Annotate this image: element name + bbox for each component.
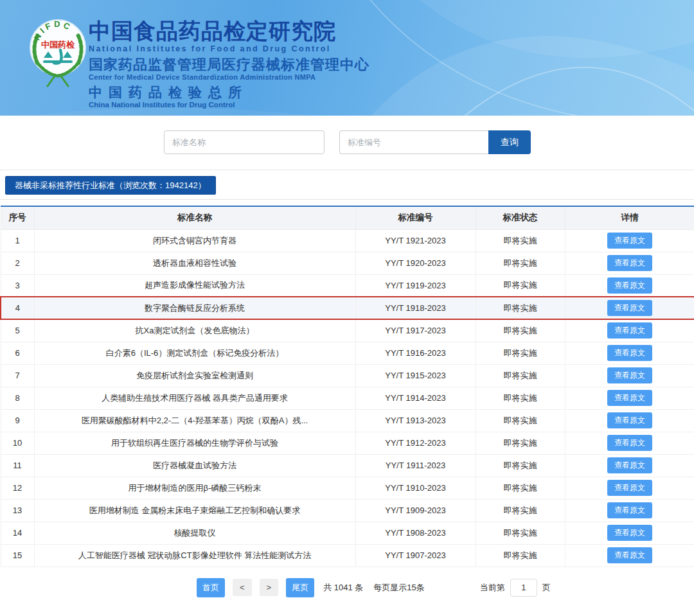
row-number: 2 — [1, 252, 34, 274]
standard-status: 即将实施 — [476, 544, 565, 567]
last-page-button[interactable]: 尾页 — [286, 578, 314, 597]
standard-name-input[interactable] — [164, 130, 325, 154]
view-original-button[interactable]: 查看原文 — [607, 502, 652, 518]
table-row: 15 人工智能医疗器械 冠状动脉CT影像处理软件 算法性能测试方法 YY/T 1… — [1, 544, 694, 567]
category-tab[interactable]: 器械非采标推荐性行业标准（浏览次数：1942142） — [5, 176, 216, 195]
column-header-detail: 详情 — [565, 206, 694, 229]
view-original-button[interactable]: 查看原文 — [607, 525, 652, 541]
standard-code: YY/T 1910-2023 — [355, 477, 476, 499]
view-original-button[interactable]: 查看原文 — [607, 412, 652, 428]
standard-status: 即将实施 — [476, 297, 565, 319]
row-number: 4 — [1, 297, 34, 319]
standard-status: 即将实施 — [476, 319, 565, 342]
nifdc-logo[interactable]: NIFDC 中国药检 — [28, 18, 87, 87]
detail-cell: 查看原文 — [565, 364, 694, 387]
pagination: 首页 < > 尾页 共 1041 条 每页显示15条 当前第 页 — [0, 578, 694, 597]
row-number: 8 — [1, 387, 34, 409]
row-number: 12 — [1, 477, 34, 499]
row-number: 11 — [1, 454, 34, 477]
view-original-button[interactable]: 查看原文 — [607, 233, 652, 249]
standard-name: 核酸提取仪 — [34, 522, 355, 544]
standard-status: 即将实施 — [476, 252, 565, 274]
row-number: 5 — [1, 319, 34, 342]
view-original-button[interactable]: 查看原文 — [607, 547, 652, 563]
standard-status: 即将实施 — [476, 274, 565, 297]
table-row: 3 超声造影成像性能试验方法 YY/T 1919-2023 即将实施 查看原文 — [1, 274, 694, 297]
org-subtitle2-en: China National Institutes for Drug Contr… — [89, 101, 369, 109]
org-subtitle-cn: 国家药品监督管理局医疗器械标准管理中心 — [89, 56, 369, 73]
view-original-button[interactable]: 查看原文 — [607, 390, 652, 406]
table-row: 1 闭环式含铜宫内节育器 YY/T 1921-2023 即将实施 查看原文 — [1, 229, 694, 252]
standard-name: 用于软组织再生医疗器械的生物学评价与试验 — [34, 432, 355, 454]
view-original-button[interactable]: 查看原文 — [607, 322, 652, 339]
standard-name: 闭环式含铜宫内节育器 — [34, 229, 355, 252]
standard-name: 超声造影成像性能试验方法 — [34, 274, 355, 297]
detail-cell: 查看原文 — [565, 544, 694, 567]
standard-code-input[interactable] — [339, 130, 488, 154]
standard-status: 即将实施 — [476, 432, 565, 454]
view-original-button[interactable]: 查看原文 — [607, 457, 652, 473]
standard-name: 用于增材制造的医用β-磷酸三钙粉末 — [34, 477, 355, 499]
site-header: NIFDC 中国药检 中国食品药品检定研究院 National Institut… — [0, 0, 694, 116]
standard-status: 即将实施 — [476, 522, 565, 544]
standard-code: YY/T 1911-2023 — [355, 454, 476, 477]
standard-name: 白介素6（IL-6）测定试剂盒（标记免疫分析法） — [34, 342, 355, 364]
standards-table: 序号 标准名称 标准编号 标准状态 详情 1 闭环式含铜宫内节育器 YY/T 1… — [0, 206, 694, 567]
standard-name: 抗Xa测定试剂盒（发色底物法） — [34, 319, 355, 342]
row-number: 1 — [1, 229, 34, 252]
view-original-button[interactable]: 查看原文 — [607, 345, 652, 361]
view-original-button[interactable]: 查看原文 — [607, 277, 652, 294]
standard-name: 人工智能医疗器械 冠状动脉CT影像处理软件 算法性能测试方法 — [34, 544, 355, 567]
view-original-button[interactable]: 查看原文 — [607, 435, 652, 451]
view-original-button[interactable]: 查看原文 — [607, 480, 652, 496]
standard-code: YY/T 1919-2023 — [355, 274, 476, 297]
detail-cell: 查看原文 — [565, 432, 694, 454]
current-page-input[interactable] — [510, 579, 537, 597]
column-header-status: 标准状态 — [476, 206, 565, 229]
view-original-button[interactable]: 查看原文 — [607, 300, 652, 316]
prev-page-button[interactable]: < — [233, 579, 252, 596]
table-header-row: 序号 标准名称 标准编号 标准状态 详情 — [1, 206, 694, 229]
row-number: 10 — [1, 432, 34, 454]
standard-code: YY/T 1909-2023 — [355, 499, 476, 522]
standard-code: YY/T 1916-2023 — [355, 342, 476, 364]
standard-status: 即将实施 — [476, 387, 565, 409]
standard-code: YY/T 1921-2023 — [355, 229, 476, 252]
header-titles: 中国食品药品检定研究院 National Institutes for Food… — [89, 18, 369, 109]
first-page-button[interactable]: 首页 — [197, 578, 225, 597]
table-row: 14 核酸提取仪 YY/T 1908-2023 即将实施 查看原文 — [1, 522, 694, 544]
row-number: 9 — [1, 409, 34, 432]
standard-name: 透析器血液相容性试验 — [34, 252, 355, 274]
standard-name: 免疫层析试剂盒实验室检测通则 — [34, 364, 355, 387]
standard-status: 即将实施 — [476, 342, 565, 364]
query-button[interactable]: 查询 — [488, 130, 531, 154]
view-original-button[interactable]: 查看原文 — [607, 255, 652, 271]
standard-status: 即将实施 — [476, 454, 565, 477]
next-page-button[interactable]: > — [260, 579, 279, 596]
column-header-code: 标准编号 — [355, 206, 476, 229]
detail-cell: 查看原文 — [565, 297, 694, 319]
table-row: 12 用于增材制造的医用β-磷酸三钙粉末 YY/T 1910-2023 即将实施… — [1, 477, 694, 499]
standard-code: YY/T 1918-2023 — [355, 297, 476, 319]
detail-cell: 查看原文 — [565, 499, 694, 522]
row-number: 14 — [1, 522, 34, 544]
column-header-no: 序号 — [1, 206, 34, 229]
standard-status: 即将实施 — [476, 477, 565, 499]
view-original-button[interactable]: 查看原文 — [607, 367, 652, 383]
current-page-prefix: 当前第 — [480, 582, 505, 594]
table-row: 8 人类辅助生殖技术用医疗器械 器具类产品通用要求 YY/T 1914-2023… — [1, 387, 694, 409]
row-number: 15 — [1, 544, 34, 567]
table-row: 5 抗Xa测定试剂盒（发色底物法） YY/T 1917-2023 即将实施 查看… — [1, 319, 694, 342]
org-title-en: National Institutes for Food and Drug Co… — [89, 44, 369, 54]
table-row: 13 医用增材制造 金属粉末床电子束熔融工艺控制和确认要求 YY/T 1909-… — [1, 499, 694, 522]
row-number: 13 — [1, 499, 34, 522]
standard-code: YY/T 1914-2023 — [355, 387, 476, 409]
table-row: 9 医用聚碳酸酯材料中2,2-二（4-羟基苯基）丙烷（双酚A）残... YY/T… — [1, 409, 694, 432]
current-page-group: 当前第 页 — [480, 579, 551, 597]
detail-cell: 查看原文 — [565, 454, 694, 477]
standard-code: YY/T 1908-2023 — [355, 522, 476, 544]
standard-code: YY/T 1913-2023 — [355, 409, 476, 432]
standard-code-search-group: 查询 — [339, 130, 531, 154]
standard-code: YY/T 1920-2023 — [355, 252, 476, 274]
standard-name: 医疗器械凝血试验方法 — [34, 454, 355, 477]
